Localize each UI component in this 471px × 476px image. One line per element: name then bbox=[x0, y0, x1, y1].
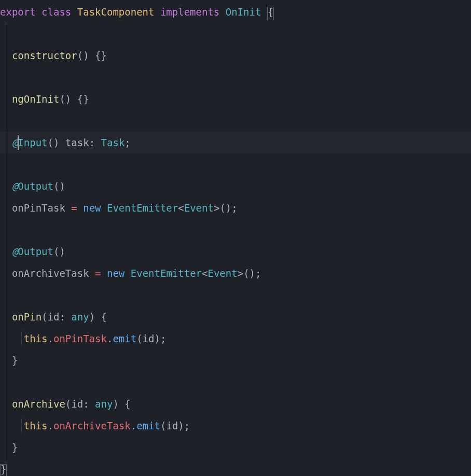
parens: () bbox=[53, 246, 65, 257]
class-eventemitter: EventEmitter bbox=[131, 268, 202, 279]
keyword-this: this bbox=[24, 420, 48, 431]
property-onarchivetask: onArchiveTask bbox=[53, 420, 131, 431]
parens: () bbox=[77, 50, 89, 61]
code-line[interactable]: } bbox=[0, 458, 471, 476]
type-event: Event bbox=[207, 268, 237, 279]
method-onarchive: onArchive bbox=[12, 398, 65, 410]
code-line[interactable]: export class TaskComponent implements On… bbox=[0, 1, 471, 23]
code-line[interactable]: onArchive(id: any) { bbox=[0, 393, 471, 415]
brace-close: } bbox=[12, 442, 18, 453]
code-line[interactable]: onArchiveTask = new EventEmitter<Event>(… bbox=[0, 262, 471, 284]
property-onpintask: onPinTask bbox=[53, 333, 107, 344]
property-onpintask: onPinTask bbox=[12, 202, 65, 214]
decorator-output: Output bbox=[18, 246, 53, 257]
code-line[interactable]: constructor() {} bbox=[0, 45, 471, 66]
code-line[interactable]: @Output() bbox=[0, 241, 471, 262]
bracket-match-close-icon: } bbox=[0, 464, 7, 476]
decorator-output: Output bbox=[18, 180, 53, 192]
class-eventemitter: EventEmitter bbox=[107, 202, 178, 214]
operator-eq: = bbox=[95, 268, 101, 279]
code-line-blank[interactable] bbox=[0, 110, 471, 132]
decorator-input: Input bbox=[18, 137, 47, 148]
code-editor[interactable]: export class TaskComponent implements On… bbox=[0, 0, 471, 476]
parens: () bbox=[48, 137, 60, 148]
parens: () bbox=[59, 93, 71, 105]
method-emit: emit bbox=[136, 420, 160, 431]
method-onpin: onPin bbox=[12, 311, 41, 323]
type-any: any bbox=[71, 311, 89, 323]
code-line[interactable]: onPin(id: any) { bbox=[0, 306, 471, 328]
code-line[interactable]: this.onPinTask.emit(id); bbox=[0, 328, 471, 349]
bracket-match-open-icon: { bbox=[267, 7, 274, 20]
param-id: id bbox=[48, 311, 60, 323]
keyword-new: new bbox=[107, 268, 124, 279]
code-line-blank[interactable] bbox=[0, 66, 471, 88]
class-name: TaskComponent bbox=[77, 6, 155, 18]
code-line[interactable]: onPinTask = new EventEmitter<Event>(); bbox=[0, 197, 471, 219]
property-task: task bbox=[65, 137, 89, 148]
code-line[interactable]: ngOnInit() {} bbox=[0, 88, 471, 110]
indent-guide bbox=[21, 418, 22, 433]
code-line-blank[interactable] bbox=[0, 153, 471, 175]
brace-close: } bbox=[12, 355, 18, 366]
method-emit: emit bbox=[113, 333, 136, 344]
param-id: id bbox=[71, 398, 83, 410]
keyword-this: this bbox=[24, 333, 48, 344]
keyword-class: class bbox=[41, 6, 71, 18]
code-line-blank[interactable] bbox=[0, 371, 471, 393]
code-line[interactable]: this.onArchiveTask.emit(id); bbox=[0, 415, 471, 437]
braces: {} bbox=[95, 50, 107, 61]
code-line-blank[interactable] bbox=[0, 219, 471, 241]
code-line-blank[interactable] bbox=[0, 23, 471, 45]
decorator-at: @ bbox=[12, 246, 18, 257]
arg-id: id bbox=[143, 333, 155, 344]
type-event: Event bbox=[184, 202, 214, 214]
type-any: any bbox=[95, 398, 113, 410]
code-line[interactable]: } bbox=[0, 437, 471, 458]
method-constructor: constructor bbox=[12, 50, 77, 61]
keyword-implements: implements bbox=[160, 6, 219, 18]
code-line-active[interactable]: @Input() task: Task; bbox=[0, 132, 471, 153]
parens: () bbox=[53, 180, 65, 192]
property-onarchivetask: onArchiveTask bbox=[12, 268, 89, 279]
arg-id: id bbox=[166, 420, 178, 431]
interface-name: OnInit bbox=[226, 6, 261, 18]
code-line[interactable]: @Output() bbox=[0, 175, 471, 197]
type-task: Task bbox=[101, 137, 125, 148]
keyword-export: export bbox=[0, 6, 36, 18]
code-line[interactable]: } bbox=[0, 349, 471, 371]
operator-eq: = bbox=[71, 202, 77, 214]
braces: {} bbox=[77, 93, 89, 105]
keyword-new: new bbox=[83, 202, 101, 214]
text-cursor-icon bbox=[18, 135, 19, 150]
indent-guide bbox=[21, 331, 22, 346]
method-ngoninit: ngOnInit bbox=[12, 93, 60, 105]
decorator-at: @ bbox=[12, 137, 18, 148]
code-line-blank[interactable] bbox=[0, 284, 471, 306]
decorator-at: @ bbox=[12, 180, 18, 192]
